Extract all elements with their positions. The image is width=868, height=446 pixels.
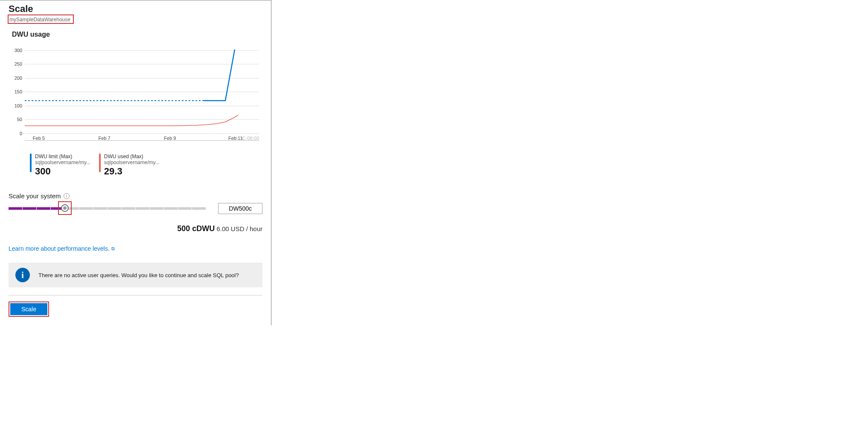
legend-item-limit: DWU limit (Max) sqlpoolservername/my... … (30, 153, 90, 177)
scale-button[interactable]: Scale (10, 303, 47, 315)
legend-color-bar (30, 153, 32, 172)
info-banner-text: There are no active user queries. Would … (38, 272, 239, 278)
ytick: 200 (12, 75, 22, 81)
legend-sub: sqlpoolservername/my... (104, 159, 160, 165)
xtick: Feb 7 (99, 136, 111, 141)
legend-sub: sqlpoolservername/my... (35, 159, 90, 165)
ytick: 250 (12, 61, 22, 67)
learn-more-link[interactable]: Learn more about performance levels. ⧉ (0, 233, 115, 252)
legend-value: 300 (35, 166, 90, 177)
page-title: Scale (9, 3, 262, 14)
xtick: Feb 5 (33, 136, 45, 141)
dwu-usage-chart: 300 250 200 150 100 50 0 Feb 5 (12, 43, 259, 149)
legend-value: 29.3 (104, 166, 160, 177)
scale-button-highlight: Scale (9, 301, 49, 317)
timezone-label: UTC-08:00 (236, 136, 259, 141)
ytick: 150 (12, 89, 22, 94)
info-icon[interactable]: i (64, 193, 70, 199)
separator (9, 295, 262, 295)
scale-section-label: Scale your system (9, 192, 61, 200)
info-banner: i There are no active user queries. Woul… (9, 263, 262, 287)
legend-label: DWU used (Max) (104, 153, 160, 159)
legend-color-bar (99, 153, 101, 172)
legend-item-used: DWU used (Max) sqlpoolservername/my... 2… (99, 153, 160, 177)
resource-name: mySampleDataWarehouse (9, 17, 70, 23)
ytick: 50 (12, 117, 22, 122)
ytick: 300 (12, 48, 22, 53)
external-link-icon: ⧉ (111, 246, 115, 252)
slider-thumb-highlight[interactable] (58, 201, 72, 215)
info-icon: i (15, 268, 30, 282)
ytick: 0 (12, 131, 22, 136)
ytick: 100 (12, 103, 22, 108)
dwu-usage-heading: DWU usage (0, 25, 271, 38)
legend-label: DWU limit (Max) (35, 153, 90, 159)
cost-summary: 500 cDWU 6.00 USD / hour (0, 214, 271, 233)
dwu-selected-value[interactable]: DW500c (218, 203, 262, 214)
dwu-slider[interactable] (9, 203, 206, 214)
xtick: Feb 9 (164, 136, 176, 141)
resource-name-highlight: mySampleDataWarehouse (8, 14, 74, 24)
slider-thumb[interactable] (61, 204, 69, 212)
